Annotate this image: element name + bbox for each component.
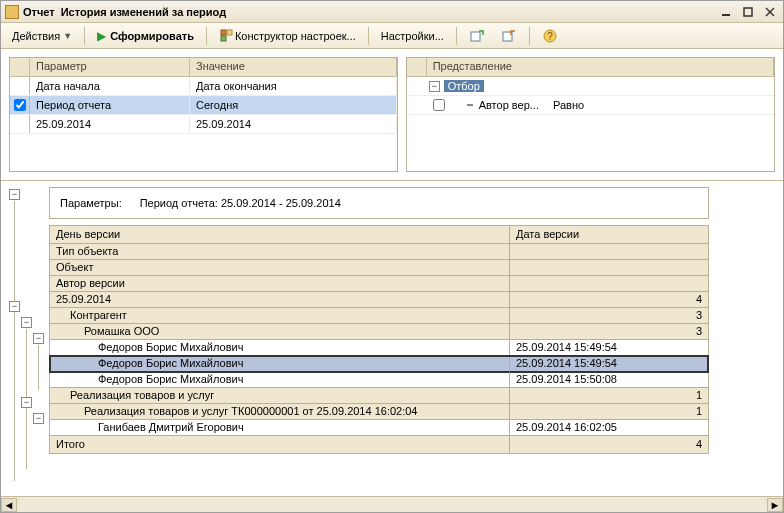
report-footer: Итого 4 <box>50 436 708 454</box>
report-pane: − − − − − − Параметры: Период отчета: 25… <box>1 181 783 512</box>
generate-button[interactable]: ▶ Сформировать <box>90 26 201 46</box>
close-button[interactable] <box>761 5 779 19</box>
collapse-icon[interactable]: − <box>429 81 440 92</box>
params-grid[interactable]: Параметр Значение Дата начала Дата оконч… <box>9 57 398 172</box>
outline-toggle[interactable]: − <box>9 301 20 312</box>
actions-menu[interactable]: Действия ▼ <box>5 27 79 45</box>
svg-rect-7 <box>471 32 480 41</box>
constructor-label: Конструктор настроек... <box>235 30 356 42</box>
tb-icon-button-2[interactable] <box>494 25 524 47</box>
col-value: Значение <box>190 58 397 76</box>
maximize-button[interactable] <box>739 5 757 19</box>
settings-button[interactable]: Настройки... <box>374 27 451 45</box>
report-row[interactable]: Ганибаев Дмитрий Егорович25.09.2014 16:0… <box>50 420 708 436</box>
report-row[interactable]: Ромашка ООО3 <box>50 324 708 340</box>
scroll-left-button[interactable]: ◄ <box>1 498 17 512</box>
report-header-row: День версии Дата версии <box>50 226 708 244</box>
toolbar: Действия ▼ ▶ Сформировать Конструктор на… <box>1 23 783 49</box>
outline-toggle[interactable]: − <box>21 397 32 408</box>
subheader: Автор версии <box>50 276 510 292</box>
window-title: Отчет <box>23 6 55 18</box>
outline-gutter[interactable]: − − − − − − <box>7 187 51 496</box>
report-row-selected[interactable]: Федоров Борис Михайлович25.09.2014 15:49… <box>50 356 708 372</box>
footer-label: Итого <box>50 436 510 453</box>
param-checkbox[interactable] <box>14 99 26 111</box>
params-row[interactable]: Дата начала Дата окончания <box>10 77 397 96</box>
svg-rect-4 <box>221 30 226 35</box>
params-value: Период отчета: 25.09.2014 - 25.09.2014 <box>140 197 341 209</box>
footer-value: 4 <box>510 436 708 453</box>
outline-toggle[interactable]: − <box>33 413 44 424</box>
constructor-icon <box>219 28 235 44</box>
report-window: Отчет История изменений за период Действ… <box>0 0 784 513</box>
svg-text:?: ? <box>547 31 553 42</box>
generate-label: Сформировать <box>110 30 194 42</box>
toolbar-separator <box>368 27 369 45</box>
svg-rect-6 <box>221 36 226 41</box>
params-pane: Параметр Значение Дата начала Дата оконч… <box>1 49 783 181</box>
help-icon: ? <box>542 28 558 44</box>
toolbar-separator <box>84 27 85 45</box>
outline-toggle[interactable]: − <box>21 317 32 328</box>
constructor-button[interactable]: Конструктор настроек... <box>212 25 363 47</box>
params-row-selected[interactable]: Период отчета Сегодня <box>10 96 397 115</box>
filter-child-row[interactable]: Автор вер... Равно <box>407 96 774 115</box>
report-table[interactable]: День версии Дата версии Тип объекта Объе… <box>49 225 709 454</box>
filter-root: Отбор <box>444 80 484 92</box>
play-icon: ▶ <box>97 29 106 43</box>
filter-field: Автор вер... <box>479 99 539 111</box>
tb-icon-button-1[interactable] <box>462 25 492 47</box>
minimize-button[interactable] <box>717 5 735 19</box>
actions-label: Действия <box>12 30 60 42</box>
filter-root-row[interactable]: − Отбор <box>407 77 774 96</box>
report-row[interactable]: Контрагент3 <box>50 308 708 324</box>
header-date: Дата версии <box>510 226 708 244</box>
filter-grid[interactable]: Представление − Отбор Автор вер... Равно <box>406 57 775 172</box>
svg-rect-5 <box>227 30 232 35</box>
col-parameter: Параметр <box>30 58 190 76</box>
toolbar-separator <box>206 27 207 45</box>
table-export-icon <box>469 28 485 44</box>
header-day: День версии <box>50 226 510 244</box>
params-label: Параметры: <box>60 197 122 209</box>
settings-label: Настройки... <box>381 30 444 42</box>
title-bar: Отчет История изменений за период <box>1 1 783 23</box>
svg-rect-1 <box>744 8 752 16</box>
report-row[interactable]: 25.09.20144 <box>50 292 708 308</box>
app-icon <box>5 5 19 19</box>
toolbar-separator <box>529 27 530 45</box>
subheader: Тип объекта <box>50 244 510 260</box>
table-import-icon <box>501 28 517 44</box>
horizontal-scrollbar[interactable]: ◄ ► <box>1 496 783 512</box>
outline-toggle[interactable]: − <box>9 189 20 200</box>
help-button[interactable]: ? <box>535 25 565 47</box>
report-params-box: Параметры: Период отчета: 25.09.2014 - 2… <box>49 187 709 219</box>
report-row[interactable]: Реализация товаров и услуг ТК000000001 о… <box>50 404 708 420</box>
subheader: Объект <box>50 260 510 276</box>
outline-toggle[interactable]: − <box>33 333 44 344</box>
dash-icon <box>467 104 473 106</box>
filter-operator: Равно <box>553 99 584 111</box>
report-row[interactable]: Федоров Борис Михайлович25.09.2014 15:49… <box>50 340 708 356</box>
report-row[interactable]: Федоров Борис Михайлович25.09.2014 15:50… <box>50 372 708 388</box>
filter-checkbox[interactable] <box>433 99 445 111</box>
chevron-down-icon: ▼ <box>63 31 72 41</box>
col-representation: Представление <box>427 58 774 76</box>
window-subtitle: История изменений за период <box>61 6 226 18</box>
toolbar-separator <box>456 27 457 45</box>
scroll-right-button[interactable]: ► <box>767 498 783 512</box>
report-row[interactable]: Реализация товаров и услуг1 <box>50 388 708 404</box>
params-row[interactable]: 25.09.2014 25.09.2014 <box>10 115 397 134</box>
